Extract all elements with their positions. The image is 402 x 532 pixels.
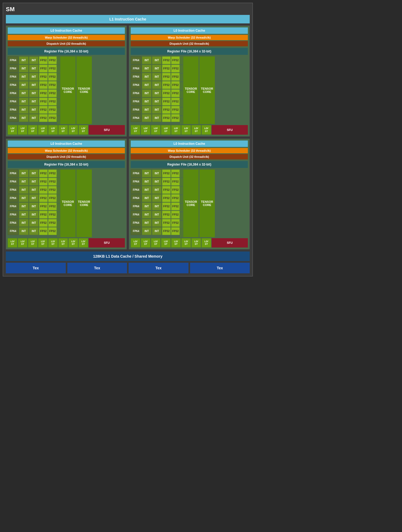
compute-row: FP64 INT INT FP32 FP32 bbox=[8, 170, 57, 177]
fp32-cell: FP32 bbox=[162, 65, 171, 72]
green-grid-cell bbox=[58, 73, 58, 81]
green-grid-cell bbox=[181, 229, 181, 237]
int-cell: INT bbox=[152, 203, 162, 210]
fp64-cell: FP64 bbox=[8, 194, 18, 202]
compute-row: FP64 INT INT FP32 FP32 bbox=[131, 186, 180, 194]
fp64-cell: FP64 bbox=[131, 219, 141, 227]
ld-st-cell: LD/ST bbox=[141, 238, 150, 248]
green-grid-cell bbox=[182, 65, 182, 73]
fp32-cell: FP32 bbox=[171, 211, 180, 218]
int-cell: INT bbox=[19, 65, 28, 72]
int-cell: INT bbox=[142, 227, 151, 235]
fp32-cell: FP32 bbox=[162, 89, 171, 97]
tensor-core-3: TENSOR CORE bbox=[183, 56, 199, 124]
green-grid-cell bbox=[59, 82, 59, 90]
register-file-3: Register File (16,384 x 32-bit) bbox=[8, 161, 125, 168]
compute-section-2: FP64 INT INT FP32 FP32 FP64 INT INT FP32… bbox=[131, 56, 248, 124]
int-cell: INT bbox=[142, 73, 151, 81]
int-cell: INT bbox=[29, 227, 39, 235]
tensor-core-label: TENSOR bbox=[78, 87, 90, 90]
compute-row: FP64 INT INT FP32 FP32 bbox=[131, 211, 180, 218]
fp64-cell: FP64 bbox=[8, 186, 18, 194]
sfu-cell: SFU bbox=[89, 238, 125, 248]
tensor-core-label2: CORE bbox=[187, 90, 195, 93]
fp64-cell: FP64 bbox=[8, 89, 18, 97]
int-cell: INT bbox=[152, 114, 162, 122]
compute-row: FP64 INT INT FP32 FP32 bbox=[8, 65, 57, 72]
fp32-cell: FP32 bbox=[171, 73, 180, 81]
green-grid-cell bbox=[182, 116, 182, 124]
int-cell: INT bbox=[152, 178, 162, 185]
fp64-cell: FP64 bbox=[131, 56, 141, 64]
fp64-cell: FP64 bbox=[131, 98, 141, 105]
green-grid-cell bbox=[58, 212, 58, 220]
bottom-row-1: LD/ST LD/ST LD/ST LD/ST LD/ST LD/ST LD/S… bbox=[8, 125, 125, 135]
tex-cell-1: Tex bbox=[6, 263, 66, 273]
fp32-cell: FP32 bbox=[39, 114, 48, 122]
fp32-cell: FP32 bbox=[48, 178, 57, 185]
fp64-cell: FP64 bbox=[131, 81, 141, 89]
fp32-cell: FP32 bbox=[48, 227, 57, 235]
left-units-3: FP64 INT INT FP32 FP32 FP64 INT INT FP32… bbox=[8, 170, 57, 237]
ld-st-cell: LD/ST bbox=[48, 125, 58, 135]
register-file-2: Register File (16,384 x 32-bit) bbox=[131, 48, 248, 55]
ld-st-cell: LD/ST bbox=[38, 125, 48, 135]
fp32-cell: FP32 bbox=[162, 170, 171, 177]
fp32-cell: FP32 bbox=[171, 194, 180, 202]
int-cell: INT bbox=[19, 114, 28, 122]
int-cell: INT bbox=[19, 227, 28, 235]
compute-row: FP64 INT INT FP32 FP32 bbox=[131, 114, 180, 122]
fp32-cell: FP32 bbox=[162, 73, 171, 81]
ld-st-cell: LD/ST bbox=[171, 125, 181, 135]
fp32-cell: FP32 bbox=[39, 65, 48, 72]
green-grid-cell bbox=[182, 204, 182, 212]
green-grid-cell bbox=[182, 187, 182, 195]
int-cell: INT bbox=[142, 106, 151, 114]
green-grid-cell bbox=[58, 82, 58, 90]
compute-row: FP64 INT INT FP32 FP32 bbox=[131, 227, 180, 235]
green-grid-cell bbox=[182, 108, 182, 116]
l0-cache-3: L0 Instruction Cache bbox=[8, 141, 125, 147]
fp32-cell: FP32 bbox=[162, 194, 171, 202]
sfu-cell: SFU bbox=[212, 238, 248, 248]
left-units-1: FP64 INT INT FP32 FP32 FP64 INT INT FP32… bbox=[8, 56, 57, 124]
bottom-row-2: LD/ST LD/ST LD/ST LD/ST LD/ST LD/ST LD/S… bbox=[131, 125, 248, 135]
tex-cell-3: Tex bbox=[129, 263, 188, 273]
fp64-cell: FP64 bbox=[8, 219, 18, 227]
green-grid-cell bbox=[181, 221, 181, 229]
tensor-core-label2: CORE bbox=[80, 90, 88, 93]
green-grid-cell bbox=[182, 90, 182, 98]
ld-st-cell: LD/ST bbox=[8, 125, 17, 135]
int-cell: INT bbox=[152, 65, 162, 72]
tensor-core-8: TENSOR CORE bbox=[199, 170, 215, 237]
int-cell: INT bbox=[152, 73, 162, 81]
int-cell: INT bbox=[19, 178, 28, 185]
register-file-1: Register File (16,384 x 32-bit) bbox=[8, 48, 125, 55]
green-grid-cell bbox=[59, 187, 59, 195]
green-grid-cell bbox=[58, 221, 58, 229]
compute-section-1: FP64 INT INT FP32 FP32 FP64 INT INT FP32… bbox=[8, 56, 125, 124]
fp64-cell: FP64 bbox=[8, 106, 18, 114]
ld-st-cell: LD/ST bbox=[131, 238, 140, 248]
ld-st-cell: LD/ST bbox=[202, 238, 211, 248]
fp32-cell: FP32 bbox=[39, 203, 48, 210]
tensor-core-label: TENSOR bbox=[201, 200, 213, 203]
int-cell: INT bbox=[29, 219, 39, 227]
fp64-cell: FP64 bbox=[8, 211, 18, 218]
int-cell: INT bbox=[29, 170, 39, 177]
compute-row: FP64 INT INT FP32 FP32 bbox=[131, 65, 180, 72]
int-cell: INT bbox=[142, 98, 151, 105]
compute-row: FP64 INT INT FP32 FP32 bbox=[131, 194, 180, 202]
int-cell: INT bbox=[152, 56, 162, 64]
ld-st-cell: LD/ST bbox=[68, 125, 78, 135]
green-grid-cell bbox=[181, 56, 181, 64]
warp-scheduler-3: Warp Scheduler (32 thread/clk) bbox=[8, 148, 125, 153]
fp32-cell: FP32 bbox=[48, 114, 57, 122]
l1-data-cache: 128KB L1 Data Cache / Shared Memory bbox=[6, 251, 250, 261]
fp32-cell: FP32 bbox=[162, 114, 171, 122]
quadrant-2: L0 Instruction Cache Warp Scheduler (32 … bbox=[129, 26, 250, 137]
green-grid-cell bbox=[59, 178, 59, 186]
fp64-cell: FP64 bbox=[131, 114, 141, 122]
compute-row: FP64 INT INT FP32 FP32 bbox=[131, 98, 180, 105]
compute-row: FP64 INT INT FP32 FP32 bbox=[131, 170, 180, 177]
